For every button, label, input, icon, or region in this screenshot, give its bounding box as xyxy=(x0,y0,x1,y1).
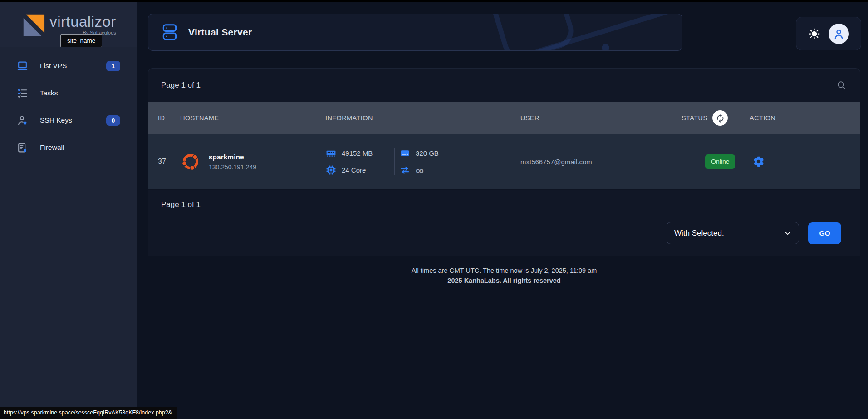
page-footer: All times are GMT UTC. The time now is J… xyxy=(148,267,860,284)
refresh-status-button[interactable] xyxy=(712,110,728,126)
table-row: 37 sparkmine 130.250.191.249 xyxy=(148,134,860,190)
table-header-row: ID HOSTNAME INFORMATION USER STATUS ACTI… xyxy=(148,102,860,134)
vps-ip-address: 130.250.191.249 xyxy=(209,163,256,171)
header-watermark xyxy=(489,14,578,51)
firewall-icon xyxy=(16,142,28,153)
laptop-icon xyxy=(16,60,28,72)
tasks-icon xyxy=(16,87,28,99)
vps-bandwidth-unlimited: ∞ xyxy=(416,166,424,175)
user-shield-icon xyxy=(16,114,28,126)
table-footer: Page 1 of 1 With Selected: GO xyxy=(148,190,860,256)
sidebar-item-label: List VPS xyxy=(40,62,67,70)
disk-icon xyxy=(399,148,411,159)
hostname-link[interactable]: sparkmine xyxy=(209,153,256,161)
person-icon xyxy=(833,28,845,40)
virtualizor-logo-icon xyxy=(20,12,45,37)
page-header-card: Virtual Server xyxy=(148,14,682,51)
chevron-down-icon xyxy=(784,230,791,237)
pagination-bottom: Page 1 of 1 xyxy=(161,200,847,209)
sidebar-item-label: SSH Keys xyxy=(40,116,72,124)
ram-icon xyxy=(325,148,337,159)
information-cell: 49152 MB 24 Core 320 GB ∞ xyxy=(325,148,520,176)
sidebar-item-firewall[interactable]: Firewall xyxy=(0,137,137,158)
header-watermark xyxy=(515,14,682,51)
logo[interactable]: virtualizor By Softaculous site_name xyxy=(0,2,137,47)
column-header-action: ACTION xyxy=(750,114,799,122)
vps-ram: 49152 MB xyxy=(342,149,373,157)
info-divider xyxy=(394,148,395,175)
hostname-cell: sparkmine 130.250.191.249 xyxy=(180,151,325,172)
server-icon xyxy=(160,23,179,42)
bandwidth-icon xyxy=(399,164,411,176)
main-content: Virtual Server Page 1 of 1 ID HOSTNAME I… xyxy=(137,2,868,419)
theme-toggle-sun-icon[interactable] xyxy=(808,28,820,40)
vps-id: 37 xyxy=(148,158,180,166)
vps-table-panel: Page 1 of 1 ID HOSTNAME INFORMATION USER… xyxy=(148,68,860,256)
sidebar-item-tasks[interactable]: Tasks xyxy=(0,82,137,104)
table-topbar: Page 1 of 1 xyxy=(148,69,860,102)
ubuntu-logo-icon xyxy=(180,151,201,172)
column-header-status: STATUS xyxy=(682,110,750,126)
sidebar-item-label: Tasks xyxy=(40,89,58,97)
go-button[interactable]: GO xyxy=(808,222,841,244)
cpu-icon xyxy=(325,164,337,176)
column-header-hostname: HOSTNAME xyxy=(180,114,325,122)
status-badge: Online xyxy=(705,154,735,169)
refresh-icon xyxy=(716,113,725,123)
browser-status-url: https://vps.sparkmine.space/sessceFqqIRv… xyxy=(0,407,177,419)
pagination-top: Page 1 of 1 xyxy=(161,81,201,90)
status-header-label: STATUS xyxy=(682,114,707,122)
vps-disk: 320 GB xyxy=(416,149,439,157)
action-cell xyxy=(750,155,799,168)
topbar-widget xyxy=(796,17,861,50)
manage-vps-gear-icon[interactable] xyxy=(752,155,799,168)
sidebar: virtualizor By Softaculous site_name Lis… xyxy=(0,2,137,419)
list-vps-count-badge: 1 xyxy=(106,61,120,71)
header-watermark-dot xyxy=(602,44,609,51)
vps-cpu: 24 Core xyxy=(342,166,366,174)
with-selected-select[interactable]: With Selected: xyxy=(667,222,799,244)
footer-time-text: All times are GMT UTC. The time now is J… xyxy=(148,267,860,274)
user-avatar[interactable] xyxy=(829,24,849,44)
with-selected-label: With Selected: xyxy=(674,229,724,238)
sidebar-item-label: Firewall xyxy=(40,143,64,152)
browser-top-edge xyxy=(0,0,868,2)
footer-copyright: 2025 KanhaLabs. All rights reserved xyxy=(148,277,860,284)
sidebar-item-ssh-keys[interactable]: SSH Keys 0 xyxy=(0,109,137,131)
status-cell: Online xyxy=(682,154,750,169)
page-title: Virtual Server xyxy=(188,27,252,38)
column-header-id: ID xyxy=(148,114,180,122)
ssh-keys-count-badge: 0 xyxy=(106,115,120,126)
sidebar-item-list-vps[interactable]: List VPS 1 xyxy=(0,55,137,77)
site-name-tooltip: site_name xyxy=(60,34,102,47)
vps-user-email: mxt566757@gmail.com xyxy=(520,158,682,166)
sidebar-nav: List VPS 1 Tasks SSH Keys 0 Firewall xyxy=(0,55,137,158)
column-header-user: USER xyxy=(520,114,682,122)
brand-name: virtualizor xyxy=(49,14,116,29)
column-header-information: INFORMATION xyxy=(325,114,520,122)
search-icon[interactable] xyxy=(836,80,847,91)
